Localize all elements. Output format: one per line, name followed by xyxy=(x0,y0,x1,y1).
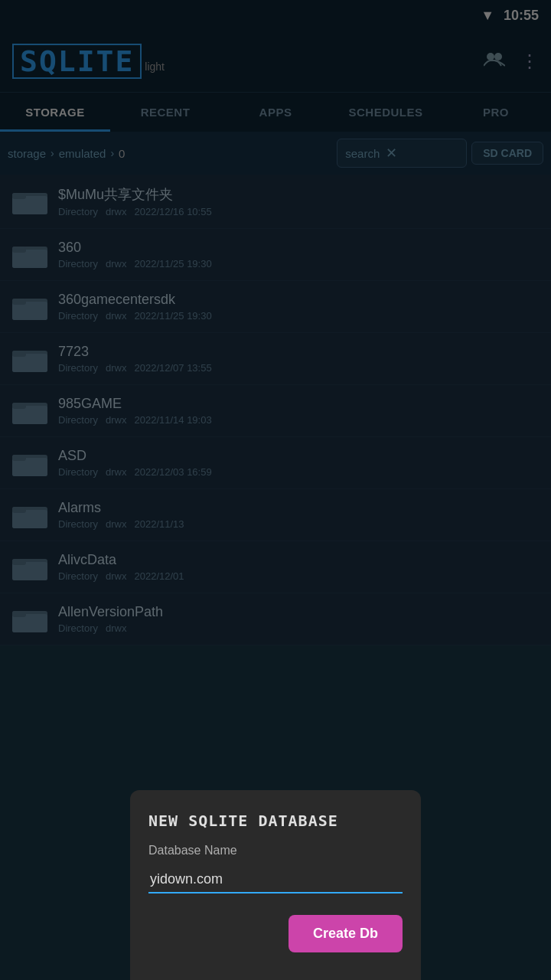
database-name-input[interactable] xyxy=(148,867,403,893)
dialog-label: Database Name xyxy=(148,844,403,858)
new-database-dialog: NEW SQLITE DATABASE Database Name Create… xyxy=(130,790,421,980)
create-db-button[interactable]: Create Db xyxy=(289,915,403,952)
dialog-actions: Create Db xyxy=(148,915,403,952)
dialog-title: NEW SQLITE DATABASE xyxy=(148,812,403,830)
